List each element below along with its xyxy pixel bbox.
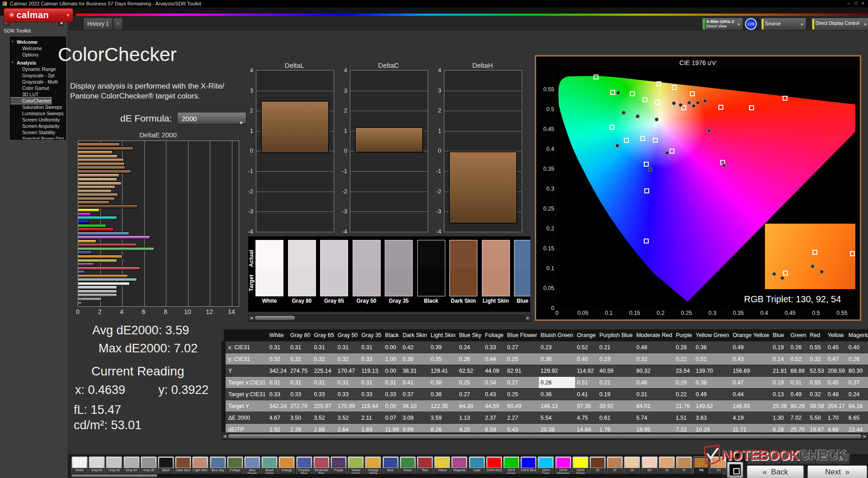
table-cell[interactable]: 0.38 [694, 377, 731, 389]
table-cell[interactable]: 225.14 [312, 365, 335, 377]
table-cell[interactable]: 0.44 [483, 353, 505, 365]
swatch-dark-skin[interactable] [449, 240, 477, 296]
table-cell[interactable]: 0.39 [429, 342, 458, 353]
table-cell[interactable]: 0.22 [674, 389, 694, 400]
table-cell[interactable]: 146.13 [539, 400, 575, 412]
sidebar-item-color-gamut[interactable]: Color Gamut [10, 85, 66, 91]
table-cell[interactable]: 0.32 [808, 389, 826, 400]
table-cell[interactable]: 2.64 [336, 424, 359, 433]
table-cell[interactable]: 0.45 [826, 342, 847, 353]
scroll-left-icon[interactable]: ◀ [249, 315, 254, 320]
table-cell[interactable]: 0.37 [847, 377, 868, 389]
patch-button-foliage[interactable]: Foliage [227, 456, 243, 474]
table-cell[interactable]: 52.53 [808, 365, 826, 377]
table-cell[interactable]: 0.26 [457, 353, 483, 365]
table-cell[interactable]: 1.76 [598, 424, 635, 433]
table-cell[interactable]: 8.26 [429, 424, 458, 433]
table-cell[interactable]: 2.38 [288, 424, 312, 433]
patch-button-light-skin[interactable]: Light Skin [192, 456, 208, 474]
table-cell[interactable]: 0.45 [826, 377, 847, 389]
table-cell[interactable]: 0.31 [634, 389, 674, 400]
table-cell[interactable]: 0.32 [288, 353, 312, 365]
swatch-white[interactable] [255, 240, 283, 296]
table-cell[interactable]: 0.31 [359, 377, 383, 389]
table-cell[interactable]: 1.70 [826, 412, 847, 424]
table-cell[interactable]: 0.29 [674, 377, 694, 389]
table-cell[interactable]: 62.52 [457, 365, 483, 377]
table-cell[interactable]: 139.70 [694, 365, 731, 377]
table-cell[interactable]: 39.92 [598, 400, 635, 412]
table-cell[interactable]: 0.31 [288, 377, 312, 389]
table-cell[interactable]: 7.22 [674, 424, 694, 433]
table-cell[interactable]: 21.76 [674, 400, 694, 412]
patch-button-100-blue[interactable]: 100% Blue [520, 456, 537, 474]
table-cell[interactable]: 342.24 [268, 400, 288, 412]
table-cell[interactable]: 0.35 [429, 353, 458, 365]
table-cell[interactable]: 64.38 [457, 400, 483, 412]
patch-button-black[interactable]: Black [158, 456, 174, 474]
table-cell[interactable]: 0.27 [505, 377, 539, 389]
table-cell[interactable]: 0.43 [731, 353, 771, 365]
table-cell[interactable]: 34.10 [401, 400, 429, 412]
table-cell[interactable]: 0.31 [383, 377, 401, 389]
table-cell[interactable]: 0.51 [694, 353, 731, 365]
table-cell[interactable]: 3.63 [694, 412, 731, 424]
table-cell[interactable]: 272.76 [288, 400, 312, 412]
table-cell[interactable]: 9.99 [401, 424, 429, 433]
table-cell[interactable]: 0.23 [539, 342, 575, 353]
table-cell[interactable]: 0.13 [771, 389, 788, 400]
patch-button-cyan[interactable]: Cyan [469, 456, 485, 474]
table-cell[interactable]: 0.00 [383, 365, 401, 377]
table-scrollbar[interactable]: ◀ ▶ [222, 433, 868, 440]
patch-button-100-magenta[interactable]: 100% Magenta [555, 456, 571, 474]
table-cell[interactable]: 0.25 [505, 353, 539, 365]
table-cell[interactable]: 0.31 [268, 342, 288, 353]
sidebar-item-screen-stability[interactable]: Screen Stability [10, 129, 66, 136]
patch-button-gray-65[interactable]: Gray 65 [106, 456, 122, 474]
swatch-gray-65[interactable] [320, 240, 348, 296]
minimize-icon[interactable]: – [847, 1, 850, 6]
table-cell[interactable]: 0.33 [268, 389, 288, 400]
table-cell[interactable]: 6.65 [847, 412, 868, 424]
table-cell[interactable]: 0.36 [429, 389, 458, 400]
table-cell[interactable]: 0.61 [598, 412, 635, 424]
patch-button-100-red[interactable]: 100% Red [486, 456, 502, 474]
scrollbar-thumb[interactable] [71, 474, 157, 477]
swatch-light-skin[interactable] [482, 240, 510, 296]
patch-button-gray-35[interactable]: Gray 35 [141, 456, 157, 474]
table-cell[interactable]: 0.27 [457, 389, 483, 400]
swatch-black[interactable] [417, 240, 445, 296]
table-cell[interactable]: 39.58 [808, 400, 826, 412]
table-cell[interactable]: 5.43 [505, 424, 539, 433]
tab-history[interactable]: History 1 [83, 18, 113, 30]
table-cell[interactable]: 2.37 [483, 412, 505, 424]
table-cell[interactable]: 0.19 [598, 389, 635, 400]
table-cell[interactable]: 0.36 [539, 389, 575, 400]
table-cell[interactable]: 0.32 [268, 353, 288, 365]
table-cell[interactable]: 0.36 [539, 353, 575, 365]
patch-button-blue-flower[interactable]: Blue Flower [244, 456, 260, 474]
table-cell[interactable]: 0.38 [429, 377, 458, 389]
table-cell[interactable]: 0.42 [401, 342, 429, 353]
table-cell[interactable]: 0.40 [847, 342, 868, 353]
table-cell[interactable]: 0.55 [808, 377, 826, 389]
table-cell[interactable]: 170.99 [336, 400, 359, 412]
table-cell[interactable]: 1.30 [771, 412, 788, 424]
table-cell[interactable]: 156.69 [731, 365, 771, 377]
table-cell[interactable]: 0.28 [674, 342, 694, 353]
table-cell[interactable]: 7.02 [789, 412, 808, 424]
patch-button-green[interactable]: Green [400, 456, 416, 474]
source-dropdown[interactable]: Source ▼ [760, 18, 807, 31]
table-cell[interactable]: 0.00 [383, 342, 401, 353]
table-cell[interactable]: 0.31 [288, 342, 312, 353]
table-cell[interactable]: 0.48 [826, 389, 847, 400]
tree-group-analysis[interactable]: ▾Analysis [10, 60, 66, 66]
table-cell[interactable]: 0.25 [505, 389, 539, 400]
sidebar-item-3d-lut[interactable]: 3D LUT [10, 91, 66, 98]
table-cell[interactable]: 20.38 [771, 400, 788, 412]
table-cell[interactable]: 3.09 [401, 412, 429, 424]
patch-button-bluish-green[interactable]: Bluish Green [261, 456, 278, 474]
table-cell[interactable]: 208.59 [826, 365, 847, 377]
table-cell[interactable]: 0.21 [598, 342, 635, 353]
table-cell[interactable]: 146.93 [731, 400, 771, 412]
